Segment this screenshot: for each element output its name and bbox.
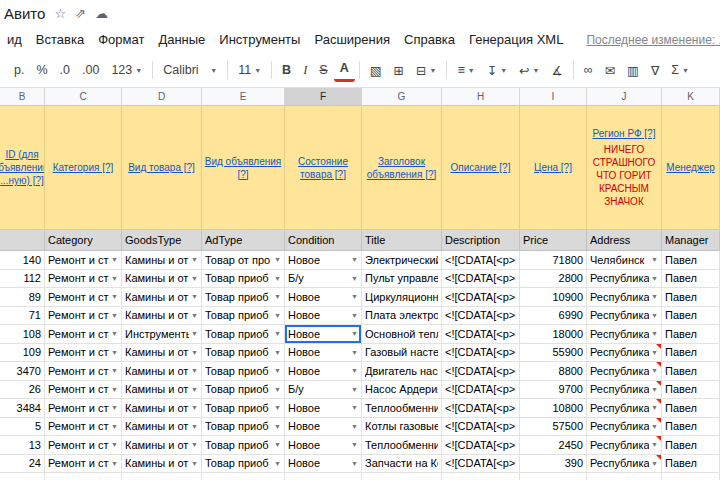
- dropdown-arrow-icon[interactable]: ▼: [274, 349, 281, 356]
- cell-manager[interactable]: Павел: [662, 418, 720, 437]
- column-header-I[interactable]: I: [520, 87, 587, 106]
- cell-condition[interactable]: Новое▼: [285, 288, 362, 307]
- dropdown-arrow-icon[interactable]: ▼: [111, 367, 118, 374]
- header-link-c[interactable]: Категория [?]: [53, 161, 114, 174]
- dropdown-arrow-icon[interactable]: ▼: [191, 386, 198, 393]
- cell-price[interactable]: 55900: [520, 344, 587, 363]
- cell-ad-type[interactable]: Товар приоб▼: [202, 418, 285, 437]
- cell-price[interactable]: 390: [520, 455, 587, 474]
- dropdown-arrow-icon[interactable]: ▼: [274, 293, 281, 300]
- dropdown-arrow-icon[interactable]: ▼: [351, 460, 358, 467]
- functions-button[interactable]: Σ▼: [665, 58, 695, 82]
- cell-address[interactable]: Республика Б▼: [587, 288, 662, 307]
- dropdown-arrow-icon[interactable]: ▼: [191, 441, 198, 448]
- cell-description[interactable]: <![CDATA[<p>Ка: [442, 251, 520, 270]
- cell-ad-type[interactable]: Товар приоб▼: [202, 455, 285, 474]
- dropdown-arrow-icon[interactable]: ▼: [351, 330, 358, 337]
- cell-ad-type[interactable]: Товар приоб▼: [202, 362, 285, 381]
- dropdown-arrow-icon[interactable]: ▼: [191, 312, 198, 319]
- header-cell-k[interactable]: Менеджер: [662, 106, 720, 230]
- column-header-F[interactable]: F: [285, 87, 362, 106]
- cell-category[interactable]: Ремонт и стр▼: [45, 288, 122, 307]
- dropdown-arrow-icon[interactable]: ▼: [651, 441, 658, 448]
- dropdown-arrow-icon[interactable]: ▼: [651, 460, 658, 467]
- cell-manager[interactable]: Павел: [662, 325, 720, 344]
- font-family-select[interactable]: Calibri▼: [157, 58, 223, 82]
- field-cell-title[interactable]: Title: [362, 230, 442, 251]
- cell-id[interactable]: 140: [0, 251, 45, 270]
- header-link-h[interactable]: Описание [?]: [451, 161, 511, 174]
- header-link-k[interactable]: Менеджер: [666, 161, 715, 174]
- dropdown-arrow-icon[interactable]: ▼: [191, 423, 198, 430]
- cell-title[interactable]: Плата электрон: [362, 307, 442, 326]
- cell-category[interactable]: Ремонт и стр▼: [45, 325, 122, 344]
- dropdown-arrow-icon[interactable]: ▼: [651, 404, 658, 411]
- dropdown-arrow-icon[interactable]: ▼: [351, 349, 358, 356]
- cell-address[interactable]: Республика Б▼: [587, 418, 662, 437]
- column-header-K[interactable]: K: [662, 87, 720, 106]
- cell-goods-type[interactable]: Камины и от▼: [122, 288, 202, 307]
- cell-description[interactable]: <![CDATA[<p>Ка: [442, 270, 520, 289]
- empty-cell[interactable]: [587, 473, 662, 480]
- header-cell-e[interactable]: Вид объявления [?]: [202, 106, 285, 230]
- dropdown-arrow-icon[interactable]: ▼: [111, 256, 118, 263]
- cell-condition[interactable]: Новое▼: [285, 436, 362, 455]
- cell-manager[interactable]: Павел: [662, 362, 720, 381]
- cell-goods-type[interactable]: Камины и от▼: [122, 436, 202, 455]
- cell-manager[interactable]: Павел: [662, 455, 720, 474]
- number-format-button[interactable]: 123▼: [105, 58, 148, 82]
- cloud-status-icon[interactable]: ☁: [95, 6, 108, 21]
- field-cell-condition[interactable]: Condition: [285, 230, 362, 251]
- empty-cell[interactable]: [202, 473, 285, 480]
- insert-chart-button[interactable]: ▥: [621, 58, 645, 82]
- cell-manager[interactable]: Павел: [662, 288, 720, 307]
- cell-goods-type[interactable]: Камины и от▼: [122, 251, 202, 270]
- empty-cell[interactable]: [0, 473, 45, 480]
- cell-address[interactable]: Республика Б▼: [587, 381, 662, 400]
- dropdown-arrow-icon[interactable]: ▼: [351, 275, 358, 282]
- cell-condition[interactable]: Новое▼: [285, 344, 362, 363]
- cell-id[interactable]: 108: [0, 325, 45, 344]
- cell-price[interactable]: 10800: [520, 399, 587, 418]
- dropdown-arrow-icon[interactable]: ▼: [274, 330, 281, 337]
- cell-price[interactable]: 10900: [520, 288, 587, 307]
- cell-goods-type[interactable]: Камины и от▼: [122, 399, 202, 418]
- field-cell-description[interactable]: Description: [442, 230, 520, 251]
- dropdown-arrow-icon[interactable]: ▼: [191, 367, 198, 374]
- cell-id[interactable]: 71: [0, 307, 45, 326]
- text-color-button[interactable]: A: [334, 58, 355, 82]
- cell-description[interactable]: <![CDATA[<p>Ка: [442, 455, 520, 474]
- cell-manager[interactable]: Павел: [662, 381, 720, 400]
- dropdown-arrow-icon[interactable]: ▼: [191, 256, 198, 263]
- cell-condition[interactable]: Новое▼: [285, 325, 362, 344]
- cell-id[interactable]: 89: [0, 288, 45, 307]
- dropdown-arrow-icon[interactable]: ▼: [651, 349, 658, 356]
- cell-condition[interactable]: Новое▼: [285, 399, 362, 418]
- column-header-H[interactable]: H: [442, 87, 520, 106]
- cell-goods-type[interactable]: Камины и от▼: [122, 455, 202, 474]
- cell-id[interactable]: 24: [0, 455, 45, 474]
- header-cell-i[interactable]: Цена [?]: [520, 106, 587, 230]
- cell-title[interactable]: Насос Ардерия: [362, 381, 442, 400]
- move-folder-icon[interactable]: ⇗: [75, 6, 86, 21]
- cell-ad-type[interactable]: Товар приоб▼: [202, 399, 285, 418]
- cell-price[interactable]: 9700: [520, 381, 587, 400]
- cell-address[interactable]: Республика Б▼: [587, 344, 662, 363]
- menu-insert[interactable]: Вставка: [29, 30, 91, 49]
- column-header-B[interactable]: B: [0, 87, 45, 106]
- cell-description[interactable]: <![CDATA[<p>Ка: [442, 399, 520, 418]
- document-title[interactable]: Авито: [4, 5, 45, 22]
- cell-address[interactable]: Республика Б▼: [587, 399, 662, 418]
- dropdown-arrow-icon[interactable]: ▼: [351, 293, 358, 300]
- cell-id[interactable]: 3484: [0, 399, 45, 418]
- cell-ad-type[interactable]: Товар приоб▼: [202, 288, 285, 307]
- cell-category[interactable]: Ремонт и стр▼: [45, 251, 122, 270]
- cell-goods-type[interactable]: Камины и от▼: [122, 344, 202, 363]
- cell-title[interactable]: Теплообменник: [362, 436, 442, 455]
- column-header-C[interactable]: C: [45, 87, 122, 106]
- menu-format[interactable]: Формат: [91, 30, 151, 49]
- cell-address[interactable]: Республика Б▼: [587, 325, 662, 344]
- field-cell-goodstype[interactable]: GoodsType: [122, 230, 202, 251]
- decrease-decimal-button[interactable]: .0: [54, 58, 76, 82]
- header-link-b[interactable]: ID (для объявлений, ...ную) [?]: [0, 148, 45, 187]
